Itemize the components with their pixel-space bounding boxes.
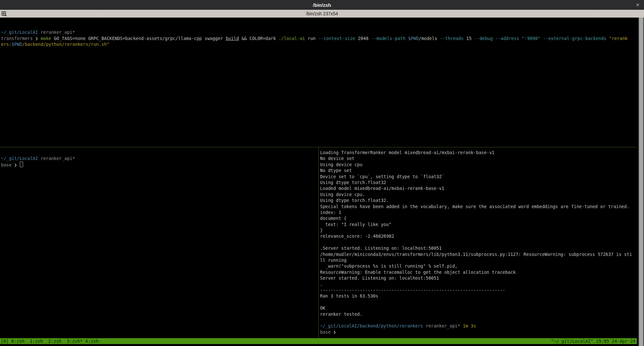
- terminal-text-segment: --threads: [440, 36, 463, 41]
- terminal-text-segment: _warn("subprocess %s is still running" %…: [320, 263, 458, 269]
- terminal-line: Using dtype torch.float32.: [320, 197, 636, 203]
- terminal-line: ----------------------------------------…: [320, 287, 636, 293]
- terminal-line: }: [320, 227, 636, 233]
- terminal-text-segment: $PWD: [12, 42, 22, 47]
- terminal-text-segment: Loaded model mixedbread-ai/mxbai-rerank-…: [320, 186, 444, 191]
- terminal-text-segment: base: [1, 162, 14, 167]
- terminal-text-segment: 2048: [355, 36, 371, 41]
- terminal-text-segment: base: [320, 329, 333, 335]
- terminal-text-segment: Using dtype torch.float32.: [320, 198, 389, 203]
- terminal-text-segment: run: [305, 36, 318, 41]
- terminal-line: /home/mudler/miniconda3/envs/transformer…: [320, 251, 636, 257]
- terminal-line: reranker tested.: [320, 311, 636, 317]
- scrollbar-track[interactable]: [637, 18, 644, 346]
- terminal-line: ll running: [320, 257, 636, 263]
- tmux-status-bar: [0] 0:zsh 1:zsh 2:zsh 3:zsh* 4:zsh- "~/_…: [0, 338, 637, 344]
- terminal-text-segment: [606, 36, 609, 41]
- terminal-line: Device set to `cpu`, setting dtype to `f…: [320, 174, 636, 180]
- pane-bottom-left[interactable]: ~/_git/LocalAI reranker_api*base ❯: [1, 150, 318, 167]
- terminal-text-segment: --debug: [474, 36, 493, 41]
- terminal-text-segment: "rerank: [609, 36, 628, 41]
- terminal-text-segment: --external-grpc-backends: [543, 36, 606, 41]
- terminal-text-segment: ----------------------------------------…: [320, 287, 505, 293]
- terminal-line: [1, 23, 635, 29]
- terminal-text-segment: }: [320, 228, 323, 233]
- terminal-text-segment: GO_TAGS=none GRPC_BACKENDS=backend-asset…: [51, 36, 225, 41]
- pane-bottom-right[interactable]: Loading TransformerRanker model mixedbre…: [320, 150, 636, 335]
- terminal-text-segment: reranker_api*: [38, 156, 75, 161]
- scrollbar-thumb[interactable]: [638, 18, 644, 346]
- terminal-line: ers:$PWD/backend/python/rerankers/run.sh…: [1, 41, 635, 47]
- terminal-text-segment: document {: [320, 216, 346, 221]
- terminal-line: _warn("subprocess %s is still running" %…: [320, 263, 636, 269]
- terminal-line: [320, 299, 636, 305]
- terminal-text-segment: ./local-ai: [278, 36, 305, 41]
- terminal-line: [320, 239, 636, 245]
- terminal-text-segment: 1m 3s: [460, 323, 476, 328]
- terminal-text-segment: [493, 36, 495, 41]
- terminal-line: .Server started. Listening on: localhost…: [320, 245, 636, 251]
- terminal-line: relevance_score: -2.46826982: [320, 233, 636, 239]
- terminal-text-segment: ers:: [1, 42, 12, 47]
- terminal-text-segment: ~/_git/LocalAI: [1, 156, 38, 161]
- terminal-text-segment: index: 1: [320, 210, 341, 215]
- terminal-text-segment: /home/mudler/miniconda3/envs/transformer…: [320, 252, 632, 257]
- terminal-cursor: [20, 162, 23, 167]
- terminal-text-segment: ❯: [14, 162, 20, 167]
- terminal-text-segment: make: [41, 36, 51, 41]
- terminal-line: Ran 3 tests in 63.530s: [320, 293, 636, 299]
- terminal-line: No dtype set: [320, 167, 636, 173]
- terminal-text-segment: OK: [320, 305, 325, 311]
- terminal-text-segment: text: "I really like you": [320, 222, 391, 227]
- terminal-text-segment: transformers: [1, 36, 35, 41]
- terminal-text-segment: /backend/python/rerankers/run.sh": [22, 42, 109, 47]
- terminal-line: Loaded model mixedbread-ai/mxbai-rerank-…: [320, 185, 636, 191]
- terminal-text-segment: ❯: [333, 329, 339, 335]
- tmux-window-list: [0] 0:zsh 1:zsh 2:zsh 3:zsh* 4:zsh-: [0, 338, 101, 344]
- tab-title: /bin/zsh 237x54: [304, 11, 340, 16]
- terminal-line: No device set: [320, 155, 636, 161]
- terminal-text-segment: [406, 36, 408, 41]
- terminal-line: Loading TransformerRanker model mixedbre…: [320, 150, 636, 155]
- tmux-vertical-border: [318, 147, 319, 338]
- terminal-text-segment: ":9090": [522, 36, 540, 41]
- terminal-text-segment: ~/_git/LocalAI: [1, 30, 38, 35]
- terminal-line: transformers ❯ make GO_TAGS=none GRPC_BA…: [1, 35, 635, 41]
- terminal-text-segment: ❯: [35, 36, 41, 41]
- terminal-line: Server started. Listening on: localhost:…: [320, 275, 636, 281]
- terminal-text-segment: Loading TransformerRanker model mixedbre…: [320, 150, 494, 155]
- terminal-text-segment: --context-size: [318, 36, 355, 41]
- terminal-content: ~/_git/LocalAI reranker_api*transformers…: [0, 18, 637, 338]
- terminal-text-segment: $PWD: [408, 36, 419, 41]
- title-bar: /bin/zsh ×: [0, 0, 644, 10]
- terminal-text-segment: Using device cpu: [320, 162, 362, 167]
- terminal-text-segment: .Server started. Listening on: localhost…: [320, 246, 442, 251]
- terminal-text-segment: reranker_api*: [38, 30, 75, 35]
- terminal-text-segment: Using device cpu.: [320, 192, 365, 197]
- terminal-text-segment: && COLOR=dark: [239, 36, 279, 41]
- terminal-text-segment: Ran 3 tests in 63.530s: [320, 293, 378, 299]
- terminal-line: ~/_git/LocalAI reranker_api*: [1, 29, 635, 35]
- terminal-line: OK: [320, 305, 636, 311]
- close-icon[interactable]: ×: [636, 0, 639, 10]
- terminal-line: ~/_git/LocalAI reranker_api*: [1, 155, 318, 161]
- terminal-text-segment: Using dtype torch.float32: [320, 180, 386, 185]
- terminal-line: Using dtype torch.float32: [320, 180, 636, 185]
- terminal-line: document {: [320, 215, 636, 221]
- window-list-icon[interactable]: [1, 10, 8, 17]
- terminal-line: ~/_git/LocalAI/backend/python/rerankers …: [320, 323, 636, 329]
- terminal-line: index: 1: [320, 209, 636, 215]
- terminal-text-segment: --address: [495, 36, 519, 41]
- pane-top[interactable]: ~/_git/LocalAI reranker_api*transformers…: [1, 23, 635, 47]
- terminal-text-segment: Special tokens have been added in the vo…: [320, 204, 629, 209]
- terminal-line: [320, 317, 636, 323]
- tmux-session-info: "~/_git/LocalAI" 19:05 24-Apr-24: [551, 338, 637, 344]
- terminal-text-segment: ll running: [320, 258, 346, 263]
- terminal-text-segment: Device set to `cpu`, setting dtype to `f…: [320, 174, 444, 179]
- terminal-text-segment: No dtype set: [320, 168, 352, 173]
- terminal-line: Special tokens have been added in the vo…: [320, 204, 636, 209]
- terminal-line: Using device cpu.: [320, 192, 636, 197]
- tab-bar: /bin/zsh 237x54: [0, 10, 644, 18]
- terminal-text-segment: 15: [463, 36, 474, 41]
- terminal-line: ResourceWarning: Enable tracemalloc to g…: [320, 269, 636, 275]
